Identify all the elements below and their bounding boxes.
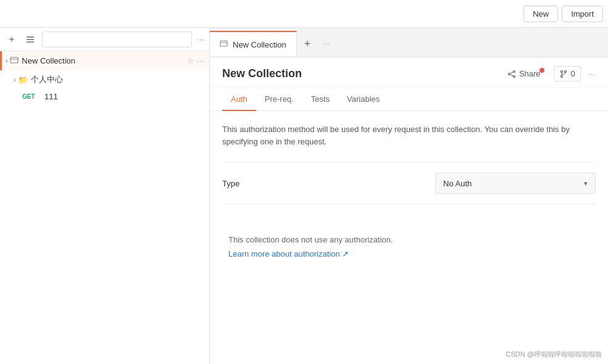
share-label: Share (519, 69, 541, 78)
tab-bar: New Collection + ··· (210, 28, 608, 57)
svg-point-12 (560, 70, 562, 72)
sidebar-more-button[interactable]: ··· (197, 36, 204, 43)
method-badge: GET (22, 93, 41, 100)
type-select-dropdown[interactable]: No Auth ▾ (435, 173, 596, 194)
auth-description: This authorization method will be used f… (222, 123, 596, 147)
sidebar-toolbar: + ··· (0, 28, 209, 51)
tab-auth[interactable]: Auth (222, 88, 256, 111)
no-auth-text: This collection does not use any authori… (228, 235, 589, 244)
svg-line-11 (510, 74, 513, 76)
collection-tab[interactable]: New Collection (210, 31, 297, 57)
svg-rect-5 (220, 41, 227, 46)
tab-prereq[interactable]: Pre-req. (256, 88, 302, 111)
collection-actions: ☆ ··· (187, 56, 204, 65)
svg-point-13 (560, 75, 562, 77)
import-button[interactable]: Import (562, 6, 603, 22)
watermark: CSDN @呼啦啦呼啦啦啦啦啦啦 (506, 350, 602, 359)
tab-tests[interactable]: Tests (302, 88, 338, 111)
panel-title: New Collection (222, 67, 494, 80)
tab-add-button[interactable]: + (297, 31, 319, 57)
chevron-down-icon: ▾ (584, 180, 588, 188)
toolbar: New Import (0, 0, 608, 28)
svg-line-10 (510, 72, 513, 73)
svg-point-14 (564, 70, 566, 72)
tab-variables[interactable]: Variables (338, 88, 388, 111)
share-notification-dot (539, 68, 544, 73)
learn-more-link[interactable]: Learn more about authorization ↗ (228, 249, 349, 259)
nav-tabs: Auth Pre-req. Tests Variables (210, 88, 608, 111)
folder-icon: 📁 (18, 75, 28, 85)
collection-star-button[interactable]: ☆ (187, 56, 194, 65)
svg-rect-3 (10, 57, 18, 63)
collection-more-button[interactable]: ··· (197, 57, 204, 65)
folder-item[interactable]: › 📁 个人中心 (0, 70, 209, 89)
collection-expand-arrow[interactable]: › (6, 57, 7, 64)
folder-expand-arrow[interactable]: › (14, 77, 15, 83)
collection-item[interactable]: › New Collection ☆ ··· (0, 51, 209, 70)
collection-tab-name: New Collection (233, 40, 286, 49)
request-name: 111 (44, 92, 58, 101)
tab-content: This authorization method will be used f… (210, 111, 608, 364)
main-layout: + ··· › New Collection ☆ (0, 28, 608, 364)
share-button[interactable]: Share (502, 66, 546, 81)
fork-count: 0 (571, 69, 575, 78)
type-select-value: No Auth (443, 179, 472, 188)
type-label: Type (222, 179, 296, 188)
content-panel: New Collection Share (210, 57, 608, 364)
content-area: New Collection + ··· New Collection (210, 28, 608, 364)
no-auth-section: This collection does not use any authori… (222, 217, 596, 277)
collection-name: New Collection (22, 56, 186, 65)
request-item[interactable]: GET 111 (0, 89, 209, 104)
type-row: Type No Auth ▾ (222, 162, 596, 204)
collection-tab-icon (220, 39, 228, 49)
sidebar-search-input[interactable] (42, 31, 192, 48)
svg-point-8 (508, 73, 510, 75)
sidebar-filter-button[interactable] (23, 33, 37, 46)
collection-icon (10, 56, 19, 66)
fork-button[interactable]: 0 (554, 66, 581, 81)
panel-more-button[interactable]: ··· (588, 70, 596, 78)
panel-header: New Collection Share (210, 57, 608, 88)
new-button[interactable]: New (523, 6, 558, 22)
folder-name: 个人中心 (31, 74, 63, 85)
sidebar: + ··· › New Collection ☆ (0, 28, 210, 364)
sidebar-add-button[interactable]: + (5, 33, 19, 46)
svg-point-9 (513, 75, 515, 77)
tab-more-button[interactable]: ··· (318, 31, 335, 57)
svg-point-7 (513, 70, 515, 72)
